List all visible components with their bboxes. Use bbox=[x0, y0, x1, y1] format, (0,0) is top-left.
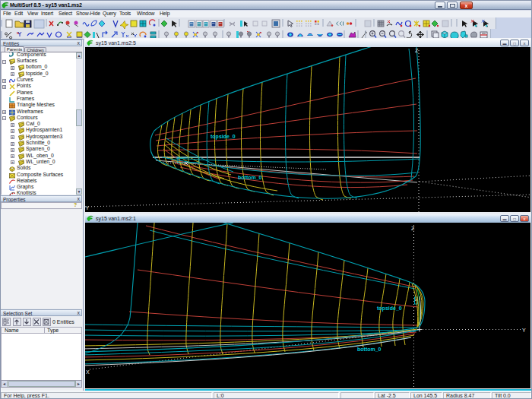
svg-text:bottom_0: bottom_0 bbox=[238, 175, 262, 180]
svg-text:topside_0: topside_0 bbox=[211, 134, 236, 140]
svg-text:Y: Y bbox=[522, 328, 526, 333]
svg-text:Z: Z bbox=[411, 226, 415, 231]
svg-text:X: X bbox=[86, 369, 90, 375]
svg-text:topside_0: topside_0 bbox=[377, 306, 402, 312]
svg-text:Y: Y bbox=[86, 205, 90, 211]
svg-text:Z: Z bbox=[415, 48, 419, 53]
svg-text:bottom_0: bottom_0 bbox=[357, 347, 382, 352]
